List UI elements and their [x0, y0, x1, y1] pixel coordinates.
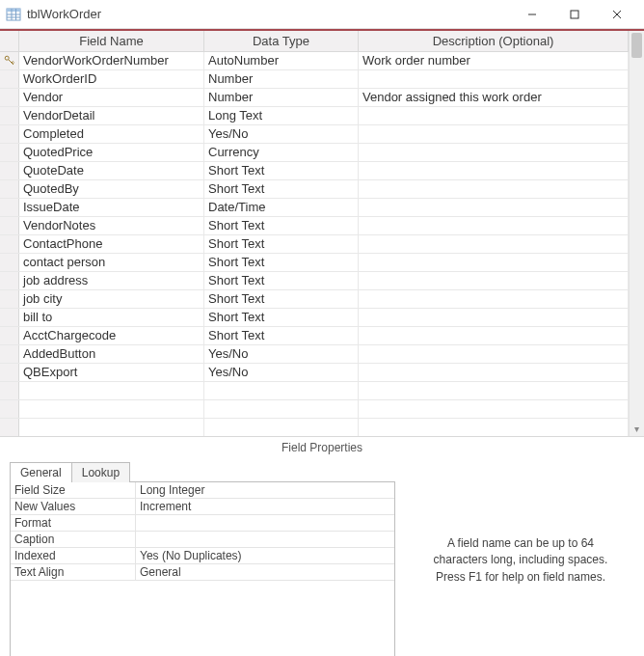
row-selector[interactable]: [0, 180, 19, 198]
table-row[interactable]: QuotedPriceCurrency: [0, 144, 629, 162]
cell-description[interactable]: [359, 70, 629, 88]
table-row[interactable]: AcctChargecodeShort Text: [0, 327, 629, 345]
row-selector[interactable]: [0, 125, 19, 143]
cell-description[interactable]: [359, 217, 629, 234]
minimize-button[interactable]: [511, 1, 553, 28]
cell-data-type[interactable]: Short Text: [204, 327, 359, 344]
cell-data-type[interactable]: Short Text: [204, 162, 359, 179]
cell-data-type[interactable]: Long Text: [204, 107, 359, 124]
cell-field-name[interactable]: AcctChargecode: [19, 327, 204, 344]
scrollbar-thumb[interactable]: [631, 33, 642, 58]
row-selector[interactable]: [0, 144, 19, 161]
cell-field-name[interactable]: VendorWorkOrderNumber: [19, 52, 204, 69]
row-selector[interactable]: [0, 309, 19, 326]
cell-data-type[interactable]: Yes/No: [204, 364, 359, 381]
cell-description[interactable]: [359, 382, 629, 399]
cell-data-type[interactable]: Short Text: [204, 254, 359, 271]
row-selector[interactable]: [0, 70, 19, 88]
cell-field-name[interactable]: job address: [19, 272, 204, 289]
cell-data-type[interactable]: Date/Time: [204, 199, 359, 216]
table-row[interactable]: VendorDetailLong Text: [0, 107, 629, 125]
row-selector[interactable]: [0, 290, 19, 308]
cell-description[interactable]: [359, 290, 629, 308]
cell-data-type[interactable]: Number: [204, 70, 359, 88]
cell-description[interactable]: [359, 144, 629, 161]
cell-data-type[interactable]: Short Text: [204, 309, 359, 326]
cell-field-name[interactable]: QuotedBy: [19, 180, 204, 198]
cell-field-name[interactable]: QBExport: [19, 364, 204, 381]
table-row[interactable]: [0, 382, 629, 400]
cell-data-type[interactable]: AutoNumber: [204, 52, 359, 69]
cell-field-name[interactable]: WorkOrderID: [19, 70, 204, 88]
property-row[interactable]: Format: [11, 515, 394, 532]
maximize-button[interactable]: [553, 1, 596, 28]
cell-field-name[interactable]: bill to: [19, 309, 204, 326]
row-selector[interactable]: [0, 235, 19, 253]
table-row[interactable]: QuoteDateShort Text: [0, 162, 629, 180]
property-value[interactable]: Increment: [136, 499, 394, 514]
cell-description[interactable]: [359, 162, 629, 179]
row-selector[interactable]: [0, 364, 19, 381]
table-row[interactable]: VendorNumberVendor assigned this work or…: [0, 89, 629, 107]
table-row[interactable]: VendorWorkOrderNumberAutoNumberWork orde…: [0, 52, 629, 70]
table-row[interactable]: IssueDateDate/Time: [0, 199, 629, 217]
cell-description[interactable]: [359, 364, 629, 381]
cell-field-name[interactable]: [19, 400, 204, 418]
table-row[interactable]: VendorNotesShort Text: [0, 217, 629, 235]
row-selector[interactable]: [0, 217, 19, 234]
property-value[interactable]: [136, 532, 394, 547]
cell-field-name[interactable]: IssueDate: [19, 199, 204, 216]
row-selector[interactable]: [0, 382, 19, 399]
property-row[interactable]: IndexedYes (No Duplicates): [11, 548, 394, 564]
table-row[interactable]: QuotedByShort Text: [0, 180, 629, 199]
cell-description[interactable]: [359, 180, 629, 198]
cell-description[interactable]: [359, 235, 629, 253]
row-selector-header[interactable]: [0, 31, 19, 51]
cell-data-type[interactable]: [204, 382, 359, 399]
vertical-scrollbar[interactable]: ▾: [629, 31, 644, 436]
cell-description[interactable]: [359, 309, 629, 326]
cell-field-name[interactable]: ContactPhone: [19, 235, 204, 253]
table-row[interactable]: ContactPhoneShort Text: [0, 235, 629, 254]
cell-data-type[interactable]: Yes/No: [204, 345, 359, 363]
close-button[interactable]: [596, 1, 638, 28]
property-value[interactable]: Yes (No Duplicates): [136, 548, 394, 563]
property-value[interactable]: [136, 515, 394, 531]
cell-description[interactable]: [359, 400, 629, 418]
cell-field-name[interactable]: VendorNotes: [19, 217, 204, 234]
cell-description[interactable]: [359, 199, 629, 216]
cell-description[interactable]: [359, 419, 629, 436]
table-row[interactable]: job cityShort Text: [0, 290, 629, 309]
cell-data-type[interactable]: Short Text: [204, 272, 359, 289]
row-selector[interactable]: [0, 345, 19, 363]
property-row[interactable]: Text AlignGeneral: [11, 564, 394, 581]
cell-field-name[interactable]: [19, 382, 204, 399]
cell-description[interactable]: [359, 327, 629, 344]
table-row[interactable]: contact personShort Text: [0, 254, 629, 272]
table-row[interactable]: job addressShort Text: [0, 272, 629, 290]
row-selector[interactable]: [0, 107, 19, 124]
row-selector[interactable]: [0, 89, 19, 106]
cell-field-name[interactable]: contact person: [19, 254, 204, 271]
table-row[interactable]: [0, 419, 629, 436]
cell-description[interactable]: [359, 345, 629, 363]
cell-description[interactable]: Work order number: [359, 52, 629, 69]
cell-data-type[interactable]: Short Text: [204, 290, 359, 308]
cell-field-name[interactable]: Completed: [19, 125, 204, 143]
table-row[interactable]: WorkOrderIDNumber: [0, 70, 629, 89]
row-selector[interactable]: [0, 199, 19, 216]
cell-description[interactable]: [359, 107, 629, 124]
cell-field-name[interactable]: AddedButton: [19, 345, 204, 363]
cell-field-name[interactable]: QuoteDate: [19, 162, 204, 179]
cell-field-name[interactable]: QuotedPrice: [19, 144, 204, 161]
table-row[interactable]: bill toShort Text: [0, 309, 629, 327]
cell-data-type[interactable]: [204, 419, 359, 436]
row-selector[interactable]: [0, 162, 19, 179]
property-row[interactable]: Caption: [11, 532, 394, 548]
col-header-field[interactable]: Field Name: [19, 31, 204, 51]
row-selector[interactable]: [0, 400, 19, 418]
cell-data-type[interactable]: Currency: [204, 144, 359, 161]
cell-data-type[interactable]: Short Text: [204, 217, 359, 234]
table-row[interactable]: AddedButtonYes/No: [0, 345, 629, 364]
cell-description[interactable]: [359, 272, 629, 289]
